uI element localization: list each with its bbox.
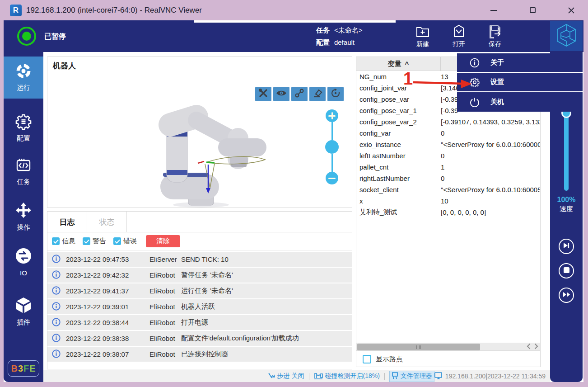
log-row[interactable]: 2023-12-22 09:38:38 EliRobot 配置文件'defaul…	[47, 331, 352, 346]
window-title: 192.168.1.200 (intel-corei7-64:0) - Real…	[26, 6, 202, 15]
reset-view-button[interactable]	[327, 87, 344, 101]
statusbar-divider	[384, 373, 385, 380]
variable-row[interactable]: leftLastNumber 0	[356, 150, 540, 161]
variable-value: 0	[441, 152, 540, 160]
log-message: 打开电源	[181, 318, 208, 327]
eraser-button[interactable]	[309, 87, 326, 101]
filter-info-checkbox[interactable]: 信息	[52, 237, 75, 245]
sidebar-item-config[interactable]: 配置	[4, 107, 43, 149]
menu-item-settings[interactable]: 设置	[457, 73, 583, 92]
variable-row[interactable]: config_pose_var_2 [-0.39107, 0.14393, 0.…	[356, 116, 540, 127]
variable-row[interactable]: socket_client "<ServerProxy for 6.0.0.10…	[356, 184, 540, 195]
zoom-slider-thumb[interactable]	[325, 140, 339, 154]
stop-button[interactable]	[559, 263, 574, 278]
system-dropdown-menu: 关于 设置 关机	[457, 53, 583, 112]
power-icon	[470, 97, 480, 107]
robot-status-led[interactable]	[17, 27, 36, 46]
visibility-button[interactable]	[273, 87, 289, 101]
sidebar-item-io[interactable]: IO	[4, 241, 43, 283]
left-sidebar: 运行 配置 任务 操作 IO	[4, 52, 43, 382]
log-message: 机器人活跃	[181, 302, 215, 311]
app-topbar: 已暂停 任务<未命名> 配置default 新建 打开 保存	[4, 20, 583, 52]
menu-item-about[interactable]: 关于	[457, 53, 583, 73]
log-row[interactable]: 2023-12-22 09:38:44 EliRobot 打开电源	[47, 315, 352, 330]
zoom-in-button[interactable]	[326, 109, 338, 122]
config-icon	[15, 113, 32, 134]
sidebar-item-task[interactable]: 任务	[4, 151, 43, 193]
variable-row[interactable]: config_var 0	[356, 127, 540, 139]
log-message: 暂停任务 '未命名'	[181, 271, 233, 279]
log-source: EliRobot	[149, 271, 181, 279]
variable-value: 1	[441, 163, 540, 171]
sidebar-item-run[interactable]: 运行	[4, 57, 43, 99]
view-toolbar	[255, 87, 344, 101]
variable-name: config_joint_var	[356, 84, 441, 92]
save-button[interactable]: 保存	[480, 24, 510, 48]
open-button[interactable]: 打开	[444, 24, 474, 48]
task-label: 任务	[316, 26, 330, 34]
variable-name: 艾利特_测试	[356, 208, 441, 217]
maximize-button[interactable]	[525, 3, 540, 18]
log-source: EliRobot	[149, 319, 181, 326]
variable-row[interactable]: x 10	[356, 195, 540, 207]
variable-row[interactable]: 艾利特_测试 [0, 0, 0, 0, 0, 0]	[356, 207, 540, 218]
fast-forward-button[interactable]	[559, 288, 574, 303]
sidebar-item-jog[interactable]: 操作	[4, 196, 43, 238]
remote-desktop: 已暂停 任务<未命名> 配置default 新建 打开 保存	[4, 20, 583, 382]
close-button[interactable]	[564, 3, 579, 18]
eraser-icon	[312, 88, 323, 100]
variable-name: pallet_cnt	[356, 163, 441, 171]
version-badge: B3FE	[8, 360, 39, 377]
task-value: <未命名>	[334, 26, 363, 34]
tab-status[interactable]: 状态	[87, 212, 127, 232]
reset-view-icon	[330, 88, 341, 100]
filter-error-checkbox[interactable]: 错误	[113, 237, 137, 245]
tab-log[interactable]: 日志	[47, 212, 87, 232]
log-source: EliRobot	[149, 303, 181, 311]
sidebar-item-plugin[interactable]: 插件	[4, 291, 43, 333]
variable-row[interactable]: pallet_cnt 1	[356, 161, 540, 173]
menu-item-shutdown[interactable]: 关机	[457, 92, 583, 112]
variable-value: 0	[441, 129, 540, 137]
variable-name: NG_num	[356, 73, 441, 80]
minimize-button[interactable]	[486, 3, 501, 18]
variable-name: leftLastNumber	[356, 152, 441, 160]
log-row[interactable]: 2023-12-22 09:39:01 EliRobot 机器人活跃	[47, 299, 352, 314]
log-row[interactable]: 2023-12-22 09:38:07 EliRobot 已连接到控制器	[47, 347, 352, 362]
horizontal-scrollbar[interactable]	[356, 343, 540, 351]
scroll-right-icon[interactable]	[534, 343, 538, 351]
variable-name: config_var	[356, 129, 441, 137]
show-waypoints-checkbox[interactable]	[363, 355, 371, 363]
scrollbar-thumb[interactable]	[357, 344, 480, 350]
remote-edge-strip	[194, 20, 396, 23]
zoom-out-button[interactable]	[326, 172, 338, 184]
file-manager-button[interactable]: 文件管理器	[389, 371, 434, 382]
variable-name: config_pose_var_1	[356, 107, 441, 114]
variables-header-label: 变量	[388, 60, 401, 68]
elite-logo-icon	[555, 23, 577, 49]
robot-3d-view[interactable]	[47, 57, 352, 208]
log-row[interactable]: 2023-12-22 09:42:32 EliRobot 暂停任务 '未命名'	[47, 268, 352, 283]
log-row[interactable]: 2023-12-22 09:41:37 EliRobot 运行任务 '未命名'	[47, 283, 352, 298]
checked-checkbox-icon	[52, 237, 60, 245]
log-time: 2023-12-22 09:47:53	[66, 255, 149, 263]
log-time: 2023-12-22 09:38:07	[66, 350, 149, 358]
speed-slider-track[interactable]	[564, 113, 569, 191]
show-waypoints-label: 显示路点	[376, 355, 403, 363]
variable-row[interactable]: exio_instance "<ServerProxy for 6.0.0.10…	[356, 139, 540, 150]
clear-log-button[interactable]: 清除	[146, 235, 180, 247]
log-time: 2023-12-22 09:42:32	[66, 271, 149, 279]
task-config-info: 任务<未命名> 配置default	[316, 24, 363, 48]
scroll-left-icon[interactable]	[527, 343, 531, 351]
gear-icon	[470, 77, 480, 87]
path-button[interactable]	[291, 87, 308, 101]
brand-logo-tile[interactable]	[550, 21, 583, 51]
tools-button[interactable]	[255, 87, 271, 101]
filter-warning-checkbox[interactable]: 警告	[83, 237, 106, 245]
log-row[interactable]: 2023-12-22 09:47:53 EliServer SEND TICK:…	[47, 252, 352, 267]
step-mode-status[interactable]: 步进 关闭	[268, 372, 304, 381]
variable-row[interactable]: rightLastNumber 0	[356, 173, 540, 184]
new-task-button[interactable]: 新建	[408, 24, 438, 48]
step-run-button[interactable]	[559, 239, 574, 254]
collision-detect-status[interactable]: 碰撞检测开启(18%)	[314, 372, 380, 381]
